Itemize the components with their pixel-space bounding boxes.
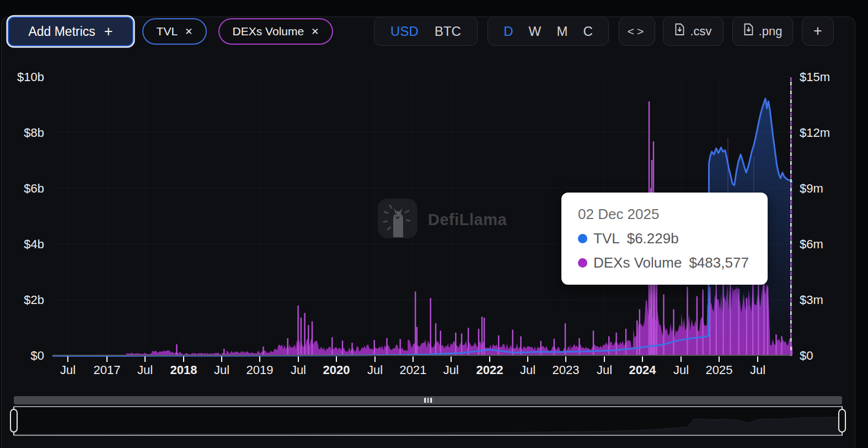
x-axis-tick-mark (565, 356, 566, 362)
x-axis-tick-label: Jul (214, 363, 229, 377)
tooltip-row-tvl: TVL $6.229b (578, 230, 768, 247)
add-panel-button[interactable]: + (802, 17, 834, 46)
x-axis-tick-label: Jul (443, 363, 459, 377)
x-axis-tick-label: Jul (137, 363, 153, 377)
plus-icon: + (104, 23, 113, 40)
x-axis-tick-label: Jul (750, 363, 765, 377)
download-png-button[interactable]: .png (732, 17, 793, 46)
x-axis-tick-label: 2023 (552, 363, 579, 377)
defillama-chart-page: Add Metrics + TVL ✕ DEXs Volume ✕ USD BT… (0, 0, 868, 448)
x-axis-tick-label: Jul (673, 363, 689, 377)
download-csv-button[interactable]: .csv (663, 17, 724, 46)
currency-option-usd[interactable]: USD (390, 24, 419, 39)
x-axis-tick-mark (489, 356, 490, 362)
x-axis-tick-mark (374, 356, 376, 362)
brush-minimap (14, 407, 840, 435)
tooltip-series-value: $6.229b (627, 230, 679, 247)
x-axis-tick-label: 2022 (476, 363, 503, 377)
x-axis-tick-mark (719, 356, 720, 362)
time-range-brush[interactable] (14, 406, 843, 436)
metric-pill-tvl[interactable]: TVL ✕ (142, 18, 207, 45)
left-axis-tick-label: $2b (0, 293, 44, 307)
right-axis-tick-label: $15m (800, 70, 850, 84)
interval-option-weekly[interactable]: W (529, 24, 542, 39)
tvl-marker-dot (578, 234, 587, 243)
x-axis-tick-label: 2017 (94, 363, 121, 377)
tooltip-series-label: DEXs Volume (593, 254, 682, 271)
interval-toggle: D W M C (487, 17, 609, 46)
x-axis-tick-mark (106, 356, 108, 362)
tooltip-date: 02 Dec 2025 (578, 206, 768, 223)
csv-label: .csv (690, 24, 711, 39)
chart-tooltip: 02 Dec 2025 TVL $6.229b DEXs Volume $483… (561, 193, 768, 285)
embed-code-button[interactable]: <> (619, 17, 655, 46)
x-axis-tick-mark (681, 356, 682, 362)
x-axis-tick-label: Jul (60, 363, 76, 377)
x-axis-tick-mark (451, 356, 452, 362)
x-axis-tick-label: Jul (520, 363, 535, 377)
x-axis-tick-label: Jul (291, 363, 306, 377)
add-metrics-button[interactable]: Add Metrics + (8, 17, 133, 46)
scrollbar-grip-icon[interactable] (424, 398, 432, 403)
dexs-volume-marker-dot (578, 258, 587, 268)
right-axis-tick-label: $12m (800, 126, 850, 140)
x-axis-tick-label: Jul (597, 363, 612, 377)
x-axis-tick-mark (527, 356, 528, 362)
x-axis-tick-mark (221, 356, 222, 362)
x-axis-tick-label: Jul (367, 363, 383, 377)
tooltip-series-value: $483,577 (689, 254, 748, 271)
x-axis-tick-mark (412, 356, 414, 362)
metric-pill-dexs-volume[interactable]: DEXs Volume ✕ (218, 18, 333, 45)
brush-left-handle[interactable] (10, 409, 18, 433)
x-axis-tick-mark (336, 356, 337, 362)
x-axis-tick-mark (183, 356, 184, 362)
download-file-icon (743, 23, 754, 39)
x-axis-tick-label: 2025 (706, 363, 733, 377)
interval-option-cumulative[interactable]: C (583, 24, 593, 39)
code-brackets-icon: <> (628, 25, 647, 38)
x-axis-tick-label: 2019 (247, 363, 274, 377)
metric-pill-label: DEXs Volume (233, 25, 304, 38)
x-axis-tick-mark (642, 356, 643, 362)
x-axis-tick-mark (604, 356, 605, 362)
x-axis-tick-mark (67, 356, 68, 362)
tooltip-row-dexs-volume: DEXs Volume $483,577 (578, 254, 768, 271)
x-axis-tick-mark (144, 356, 146, 362)
right-axis-tick-label: $9m (800, 182, 850, 196)
left-axis-tick-label: $6b (0, 182, 44, 196)
x-axis-tick-label: 2020 (323, 363, 350, 377)
right-axis-tick-label: $0 (800, 349, 850, 363)
interval-option-monthly[interactable]: M (556, 24, 567, 39)
left-axis-tick-label: $8b (0, 126, 44, 140)
left-axis-tick-label: $4b (0, 237, 44, 252)
currency-toggle: USD BTC (374, 17, 478, 46)
close-icon[interactable]: ✕ (311, 26, 319, 38)
x-axis-tick-label: 2021 (399, 363, 426, 377)
x-axis-tick-label: 2024 (629, 363, 656, 377)
right-axis-tick-label: $6m (800, 237, 850, 252)
brush-right-handle[interactable] (838, 409, 846, 433)
horizontal-scrollbar[interactable] (14, 396, 842, 404)
add-metrics-label: Add Metrics (28, 24, 95, 39)
left-axis-tick-label: $0 (0, 349, 44, 363)
tooltip-series-label: TVL (593, 230, 620, 247)
metric-pill-label: TVL (157, 25, 178, 38)
x-axis-tick-mark (757, 356, 758, 362)
right-axis-tick-label: $3m (800, 293, 850, 307)
close-icon[interactable]: ✕ (185, 26, 192, 38)
x-axis-tick-mark (298, 356, 299, 362)
download-file-icon (674, 23, 685, 39)
interval-option-daily[interactable]: D (503, 24, 513, 39)
currency-option-btc[interactable]: BTC (435, 24, 461, 39)
x-axis-tick-mark (259, 356, 260, 362)
left-axis-tick-label: $10b (0, 70, 44, 84)
png-label: .png (759, 24, 783, 39)
plus-icon: + (813, 23, 822, 40)
x-axis-tick-label: 2018 (170, 363, 197, 377)
